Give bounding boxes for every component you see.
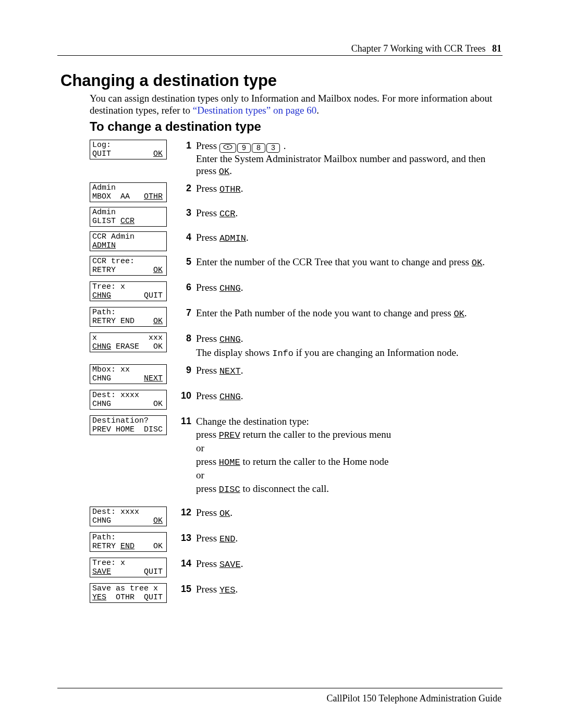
header-rule [57, 55, 503, 56]
step-4: CCR AdminADMIN 4Press ADMIN. [90, 231, 501, 253]
phone-display: Mbox: xxCHNG NEXT [90, 364, 167, 384]
display-line-2: CHNG OK [92, 516, 164, 525]
feature-key-8: 8 [252, 143, 265, 153]
procedure-steps: Log:QUIT OK1Press 983 .Enter the System … [90, 140, 501, 609]
step-instruction: Press NEXT. [196, 364, 498, 378]
display-line-1: Log: [92, 141, 164, 150]
step-instruction: Enter the Path number of the node you wa… [196, 307, 498, 321]
display-line-1: Tree: x [92, 559, 164, 567]
step-1: Log:QUIT OK1Press 983 .Enter the System … [90, 140, 501, 179]
display-line-2: ADMIN [92, 241, 164, 250]
step-number: 10 [177, 390, 191, 402]
phone-display: Tree: xCHNG QUIT [90, 281, 167, 301]
display-line-2: QUIT OK [92, 150, 164, 158]
step-7: Path:RETRY END OK7Enter the Path number … [90, 307, 501, 329]
phone-display: AdminGLIST CCR [90, 207, 167, 227]
display-line-1: Dest: xxxx [92, 391, 164, 400]
display-line-1: Dest: xxxx [92, 508, 164, 516]
display-line-1: Admin [92, 183, 164, 192]
display-line-2: RETRY OK [92, 266, 164, 275]
display-line-2: GLIST CCR [92, 217, 164, 226]
step-instruction: Press CHNG. [196, 390, 498, 404]
step-number: 13 [177, 532, 191, 544]
display-line-1: Admin [92, 208, 164, 217]
step-instruction: Press YES. [196, 583, 498, 597]
step-number: 3 [177, 207, 191, 219]
display-line-2: MBOX AA OTHR [92, 192, 164, 201]
display-line-1: Mbox: xx [92, 365, 164, 374]
chapter-label: Chapter 7 Working with CCR Trees [351, 43, 486, 54]
phone-display: Save as tree xYES OTHR QUIT [90, 583, 167, 603]
phone-display: Dest: xxxxCHNG OK [90, 507, 167, 526]
step-instruction: Press OTHR. [196, 182, 498, 196]
step-number: 2 [177, 182, 191, 194]
step-5: CCR tree:RETRY OK5Enter the number of th… [90, 256, 501, 278]
step-2: AdminMBOX AA OTHR2Press OTHR. [90, 182, 501, 204]
display-line-2: RETRY END OK [92, 317, 164, 326]
step-instruction: Press 983 .Enter the System Administrato… [196, 140, 498, 179]
step-11: Destination?PREV HOME DISC11Change the d… [90, 415, 501, 497]
step-number: 1 [177, 140, 191, 152]
step-number: 4 [177, 231, 191, 243]
display-line-2: CHNG NEXT [92, 374, 164, 383]
step-number: 14 [177, 558, 191, 570]
display-line-1: x xxx [92, 334, 164, 342]
xref-destination-types[interactable]: “Destination types” on page 60 [193, 105, 316, 116]
phone-display: x xxxCHNG ERASE OK [90, 332, 167, 352]
step-15: Save as tree xYES OTHR QUIT15Press YES. [90, 583, 501, 605]
step-instruction: Enter the number of the CCR Tree that yo… [196, 256, 498, 270]
step-number: 11 [177, 415, 191, 427]
display-line-1: CCR tree: [92, 257, 164, 266]
phone-display: Path:RETRY END OK [90, 532, 167, 552]
footer-doc-title: CallPilot 150 Telephone Administration G… [327, 694, 501, 703]
page-title: Changing a destination type [60, 71, 277, 91]
step-instruction: Press CHNG.The display shows Info if you… [196, 332, 498, 360]
step-instruction: Press CHNG. [196, 281, 498, 295]
step-instruction: Change the destination type:press PREV r… [196, 415, 498, 497]
phone-display: AdminMBOX AA OTHR [90, 182, 167, 202]
display-line-2: CHNG ERASE OK [92, 342, 164, 351]
display-line-1: Save as tree x [92, 584, 164, 593]
step-6: Tree: xCHNG QUIT6Press CHNG. [90, 281, 501, 303]
display-line-2: CHNG QUIT [92, 291, 164, 300]
phone-display: Dest: xxxxCHNG OK [90, 390, 167, 410]
display-line-2: RETRY END OK [92, 542, 164, 551]
phone-display: Destination?PREV HOME DISC [90, 415, 167, 435]
display-line-1: Path: [92, 533, 164, 542]
step-14: Tree: xSAVE QUIT14Press SAVE. [90, 558, 501, 579]
step-instruction: Press END. [196, 532, 498, 546]
feature-key-icon [219, 143, 236, 153]
feature-key-9: 9 [237, 143, 251, 153]
footer-rule [57, 688, 503, 688]
step-instruction: Press ADMIN. [196, 231, 498, 245]
step-10: Dest: xxxxCHNG OK10Press CHNG. [90, 390, 501, 412]
phone-display: Path:RETRY END OK [90, 307, 167, 327]
display-line-1: CCR Admin [92, 232, 164, 241]
feature-key-3: 3 [266, 143, 280, 153]
display-line-2: YES OTHR QUIT [92, 593, 164, 602]
intro-paragraph: You can assign destination types only to… [90, 93, 501, 117]
display-line-2: SAVE QUIT [92, 567, 164, 576]
phone-display: CCR tree:RETRY OK [90, 256, 167, 276]
step-instruction: Press OK. [196, 507, 498, 521]
procedure-heading: To change a destination type [90, 119, 261, 134]
running-header: Chapter 7 Working with CCR Trees 81 [351, 43, 501, 55]
svg-point-1 [227, 146, 228, 147]
display-line-2: PREV HOME DISC [92, 425, 164, 434]
intro-post: . [316, 105, 319, 116]
step-12: Dest: xxxxCHNG OK12Press OK. [90, 507, 501, 528]
step-instruction: Press CCR. [196, 207, 498, 221]
step-number: 7 [177, 307, 191, 319]
step-number: 8 [177, 332, 191, 344]
display-line-1: Tree: x [92, 282, 164, 291]
phone-display: Log:QUIT OK [90, 140, 167, 159]
display-line-2: CHNG OK [92, 400, 164, 409]
phone-display: CCR AdminADMIN [90, 231, 167, 251]
step-number: 6 [177, 281, 191, 293]
step-9: Mbox: xxCHNG NEXT9Press NEXT. [90, 364, 501, 386]
step-number: 15 [177, 583, 191, 595]
step-number: 12 [177, 507, 191, 519]
step-8: x xxxCHNG ERASE OK8Press CHNG.The displa… [90, 332, 501, 360]
feature-key-sequence: 983 [219, 141, 281, 153]
step-number: 9 [177, 364, 191, 376]
